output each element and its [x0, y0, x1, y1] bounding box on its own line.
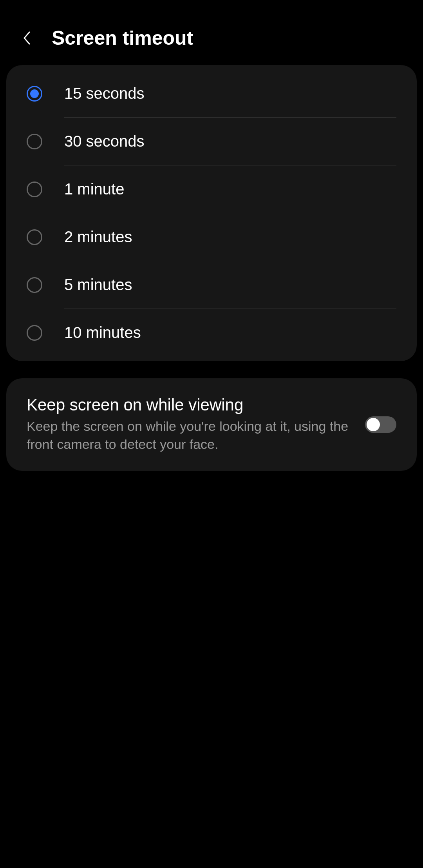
option-wrap: 10 minutes — [64, 309, 396, 356]
keep-screen-on-row[interactable]: Keep screen on while viewing Keep the sc… — [6, 378, 417, 471]
radio-button — [27, 182, 42, 197]
timeout-option-5m[interactable]: 5 minutes — [6, 261, 417, 309]
radio-button — [27, 86, 42, 102]
timeout-option-30s[interactable]: 30 seconds — [6, 118, 417, 165]
timeout-option-15s[interactable]: 15 seconds — [6, 70, 417, 118]
option-label: 30 seconds — [64, 133, 396, 150]
header: Screen timeout — [0, 0, 423, 65]
toggle-title: Keep screen on while viewing — [27, 396, 353, 414]
page-title: Screen timeout — [52, 27, 193, 49]
keep-screen-on-switch[interactable] — [365, 416, 396, 433]
chevron-left-icon — [22, 30, 31, 46]
option-label: 1 minute — [64, 180, 396, 198]
option-wrap: 5 minutes — [64, 261, 396, 309]
option-wrap: 2 minutes — [64, 213, 396, 261]
option-wrap: 15 seconds — [64, 70, 396, 118]
option-label: 15 seconds — [64, 85, 396, 102]
back-button[interactable] — [19, 30, 34, 46]
timeout-option-2m[interactable]: 2 minutes — [6, 213, 417, 261]
toggle-description: Keep the screen on while you're looking … — [27, 418, 353, 454]
option-label: 10 minutes — [64, 324, 396, 341]
timeout-option-1m[interactable]: 1 minute — [6, 165, 417, 213]
radio-button — [27, 277, 42, 293]
timeout-option-10m[interactable]: 10 minutes — [6, 309, 417, 356]
radio-button — [27, 134, 42, 149]
option-label: 5 minutes — [64, 276, 396, 294]
option-label: 2 minutes — [64, 228, 396, 246]
option-wrap: 30 seconds — [64, 118, 396, 165]
toggle-text: Keep screen on while viewing Keep the sc… — [27, 396, 353, 454]
radio-list: 15 seconds 30 seconds 1 minute 2 minutes… — [6, 65, 417, 361]
radio-button — [27, 325, 42, 341]
radio-button — [27, 229, 42, 245]
switch-thumb — [367, 418, 380, 431]
timeout-options-card: 15 seconds 30 seconds 1 minute 2 minutes… — [6, 65, 417, 361]
option-wrap: 1 minute — [64, 165, 396, 213]
